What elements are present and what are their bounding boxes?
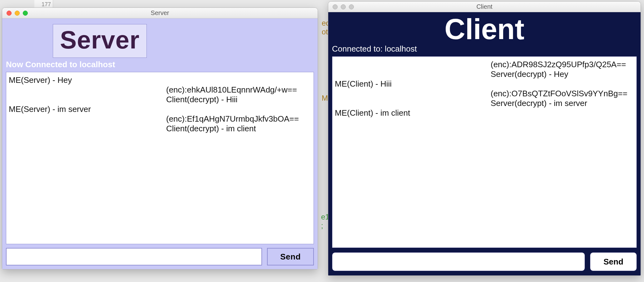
server-chat-left-col: ME(Server) - Hey ME(Server) - im server bbox=[9, 75, 154, 241]
server-message-input[interactable] bbox=[6, 248, 262, 265]
client-body: Client Connected to: localhost ME(Client… bbox=[328, 12, 641, 275]
client-chat-right-col: (enc):ADR98SJ2zQ95UPfp3/Q25A== Server(de… bbox=[491, 60, 634, 244]
client-status-label: Connected to: localhost bbox=[332, 44, 637, 54]
server-body: Server Now Connected to localhost ME(Ser… bbox=[2, 18, 318, 269]
server-heading: Server bbox=[60, 26, 140, 54]
client-heading: Client bbox=[332, 15, 637, 43]
bg-snippet-2: M bbox=[322, 94, 328, 103]
client-window-title: Client bbox=[328, 3, 641, 10]
client-chat-left-col: ME(Client) - Hiii ME(Client) - im client bbox=[335, 60, 478, 244]
server-send-row: Send bbox=[6, 248, 314, 265]
server-window-title: Server bbox=[2, 9, 318, 17]
server-chat-log: ME(Server) - Hey ME(Server) - im server … bbox=[6, 72, 314, 244]
server-heading-box: Server bbox=[53, 24, 147, 58]
client-send-button[interactable]: Send bbox=[590, 252, 637, 271]
server-titlebar[interactable]: Server bbox=[2, 8, 318, 18]
server-status-label: Now Connected to localhost bbox=[6, 60, 314, 69]
server-send-button[interactable]: Send bbox=[267, 248, 314, 265]
client-window: Client Client Connected to: localhost ME… bbox=[328, 1, 641, 276]
client-message-input[interactable] bbox=[332, 252, 585, 271]
server-window: Server Server Now Connected to localhost… bbox=[2, 8, 318, 269]
client-chat-log: ME(Client) - Hiii ME(Client) - im client… bbox=[332, 56, 637, 248]
server-chat-right-col: (enc):ehkAUl810LEqnnrWAdg/+w== Client(de… bbox=[166, 75, 311, 241]
client-send-row: Send bbox=[332, 252, 637, 271]
client-titlebar[interactable]: Client bbox=[328, 2, 641, 12]
